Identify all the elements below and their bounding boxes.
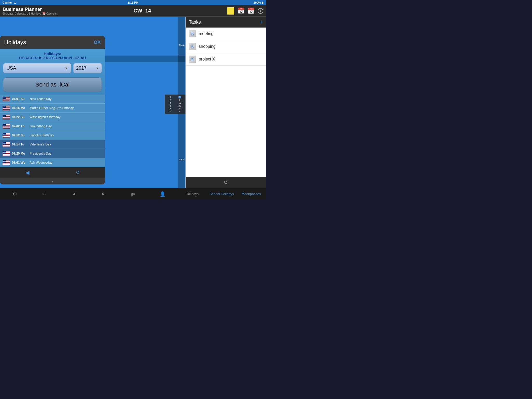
header-left: Business Planner Birthdays, Calendar, US… <box>3 7 58 15</box>
tab-go[interactable]: go <box>118 188 148 200</box>
holidays-countries: DE-AT-CH-US-FR-ES-CN-UK-PL-CZ-AU <box>2 56 103 60</box>
holiday-name-4: Lincoln's Birthday <box>30 134 54 137</box>
day-label-sat: Sat.8 <box>179 158 184 161</box>
send-ical-label: Send as .iCal <box>36 81 70 88</box>
tab-school-holidays[interactable]: School Holidays <box>207 188 236 200</box>
profile-icon: 👤 <box>160 191 165 197</box>
year-value: 2017 <box>76 65 87 71</box>
us-flag-icon-4: ★★★★★★★★★★★★★★★★★★★★★★★★★★★★★★★★★★★★★★★★… <box>3 133 10 138</box>
holiday-list: ★★★★★★★★★★★★★★★★★★★★★★★★★★★★★★★★★★★★★★★★… <box>0 95 105 167</box>
battery-icon: ▮ <box>262 1 263 4</box>
holiday-name-3: Groundhog Day <box>30 124 52 128</box>
tab-forward[interactable]: ▶ <box>89 188 118 200</box>
tab-go-label: go <box>131 192 135 196</box>
status-left: Carrier ▲ <box>3 1 16 4</box>
tab-school-holidays-label: School Holidays <box>210 192 234 196</box>
tab-back[interactable]: ◀ <box>59 188 89 200</box>
calendar-week-icon[interactable]: 📆 <box>248 8 255 14</box>
task-item-1[interactable]: shopping <box>186 40 266 53</box>
scroll-dot <box>52 181 53 182</box>
nav-back-button[interactable]: ◀ <box>25 169 29 176</box>
us-flag-icon-2: ★★★★★★★★★★★★★★★★★★★★★★★★★★★★★★★★★★★★★★★★… <box>3 115 10 119</box>
task-icon-1 <box>189 43 196 50</box>
calendar-area: 08:00a-09:00a Meeting Thu.6 Fri.7 Sat.8 … <box>0 17 185 188</box>
us-flag-icon-3: ★★★★★★★★★★★★★★★★★★★★★★★★★★★★★★★★★★★★★★★★… <box>3 124 10 129</box>
tab-forward-label: ▶ <box>102 192 105 196</box>
holiday-date-7: 03/01 We <box>12 161 28 164</box>
holiday-row-1[interactable]: ★★★★★★★★★★★★★★★★★★★★★★★★★★★★★★★★★★★★★★★★… <box>0 104 105 113</box>
holiday-name-6: President's Day <box>30 152 51 155</box>
holidays-modal: Holidays OK Holidays: DE-AT-CH-US-FR-ES-… <box>0 36 105 184</box>
app-subtitle: Birthdays, Calendar, US Holidays [📅 Cale… <box>3 12 58 15</box>
task-item-2[interactable]: project X <box>186 53 266 66</box>
task-icon-2 <box>189 56 196 63</box>
holiday-name-7: Ash Wednesday <box>30 161 52 164</box>
info-button[interactable]: i <box>258 8 263 14</box>
tasks-title: Tasks <box>189 19 201 25</box>
task-label-1: shopping <box>199 44 216 49</box>
modal-overlay: Holidays OK Holidays: DE-AT-CH-US-FR-ES-… <box>0 33 105 177</box>
modal-nav: ◀ ↺ <box>0 167 105 178</box>
tab-holidays[interactable]: Holidays <box>177 188 207 200</box>
cw-label: CW: 14 <box>134 8 151 14</box>
tab-moonphases[interactable]: Moonphases <box>236 188 266 200</box>
wifi-icon: ▲ <box>14 1 16 4</box>
holiday-row-5[interactable]: ★★★★★★★★★★★★★★★★★★★★★★★★★★★★★★★★★★★★★★★★… <box>0 140 105 149</box>
status-bar: Carrier ▲ 1:13 PM 100% ▮ <box>0 0 266 5</box>
mini-calendar: 11 78 415 122 829 56 <box>165 95 185 114</box>
tasks-panel: Tasks + meeting <box>185 17 266 188</box>
us-flag-icon-5: ★★★★★★★★★★★★★★★★★★★★★★★★★★★★★★★★★★★★★★★★… <box>3 142 10 147</box>
us-flag-icon-6: ★★★★★★★★★★★★★★★★★★★★★★★★★★★★★★★★★★★★★★★★… <box>3 151 10 156</box>
task-label-2: project X <box>199 57 215 62</box>
holiday-name-0: New Year's Day <box>30 97 51 101</box>
holiday-name-5: Valentine's Day <box>30 143 51 146</box>
us-flag-icon-7: ★★★★★★★★★★★★★★★★★★★★★★★★★★★★★★★★★★★★★★★★… <box>3 160 10 165</box>
holidays-label: Holidays: <box>2 51 103 56</box>
nav-refresh-button[interactable]: ↺ <box>76 170 80 175</box>
tasks-add-button[interactable]: + <box>260 19 263 25</box>
holiday-date-4: 02/12 Su <box>12 134 28 137</box>
holiday-row-0[interactable]: ★★★★★★★★★★★★★★★★★★★★★★★★★★★★★★★★★★★★★★★★… <box>0 95 105 104</box>
task-label-0: meeting <box>199 31 214 36</box>
tasks-refresh-button[interactable]: ↺ <box>224 179 228 185</box>
us-flag-icon-1: ★★★★★★★★★★★★★★★★★★★★★★★★★★★★★★★★★★★★★★★★… <box>3 106 10 110</box>
us-flag-icon-0: ★★★★★★★★★★★★★★★★★★★★★★★★★★★★★★★★★★★★★★★★… <box>3 97 10 101</box>
country-picker[interactable]: USA ▼ <box>3 63 71 73</box>
carrier-label: Carrier <box>3 1 12 4</box>
tab-back-label: ◀ <box>72 192 75 196</box>
holiday-date-6: 02/20 Mo <box>12 152 28 155</box>
holiday-date-3: 02/02 Th <box>12 124 28 128</box>
holiday-date-1: 01/16 Mo <box>12 106 28 110</box>
tab-profile[interactable]: 👤 <box>148 188 177 200</box>
modal-title: Holidays <box>4 39 26 46</box>
calendar-month-icon[interactable]: 📅 <box>237 8 244 14</box>
holidays-header: Holidays: DE-AT-CH-US-FR-ES-CN-UK-PL-CZ-… <box>0 49 105 61</box>
holiday-date-2: 01/22 Su <box>12 115 28 119</box>
tab-settings[interactable]: ⚙ <box>0 188 30 200</box>
task-item-0[interactable]: meeting <box>186 28 266 40</box>
status-time: 1:13 PM <box>128 1 138 4</box>
holiday-name-1: Martin Luther King Jr.'s Birthday <box>30 106 74 110</box>
holiday-row-3[interactable]: ★★★★★★★★★★★★★★★★★★★★★★★★★★★★★★★★★★★★★★★★… <box>0 122 105 131</box>
holiday-row-4[interactable]: ★★★★★★★★★★★★★★★★★★★★★★★★★★★★★★★★★★★★★★★★… <box>0 131 105 140</box>
tab-moonphases-label: Moonphases <box>242 192 261 196</box>
year-picker[interactable]: 2017 ▼ <box>73 63 102 73</box>
picker-row: USA ▼ 2017 ▼ <box>0 61 105 75</box>
tasks-bottom: ↺ <box>186 177 266 188</box>
day-label-thu: Thu.6 <box>178 44 184 46</box>
holiday-row-7[interactable]: ★★★★★★★★★★★★★★★★★★★★★★★★★★★★★★★★★★★★★★★★… <box>0 158 105 167</box>
tab-home[interactable]: ⌂ <box>30 188 59 200</box>
holiday-row-6[interactable]: ★★★★★★★★★★★★★★★★★★★★★★★★★★★★★★★★★★★★★★★★… <box>0 149 105 158</box>
modal-ok-button[interactable]: OK <box>94 40 101 45</box>
main-area: 08:00a-09:00a Meeting Thu.6 Fri.7 Sat.8 … <box>0 17 266 188</box>
holiday-date-0: 01/01 Su <box>12 97 28 101</box>
holiday-row-2[interactable]: ★★★★★★★★★★★★★★★★★★★★★★★★★★★★★★★★★★★★★★★★… <box>0 113 105 122</box>
modal-header: Holidays OK <box>0 36 105 49</box>
send-ical-button[interactable]: Send as .iCal <box>3 77 102 92</box>
sticky-note-icon[interactable] <box>227 7 234 15</box>
tasks-list: meeting shopping <box>186 28 266 177</box>
tab-bar: ⚙ ⌂ ◀ ▶ go 👤 Holidays School Holidays Mo… <box>0 188 266 200</box>
header-icons: 📅 📆 i <box>227 7 263 15</box>
status-right: 100% ▮ <box>254 1 263 4</box>
year-chevron-icon: ▼ <box>96 66 99 70</box>
